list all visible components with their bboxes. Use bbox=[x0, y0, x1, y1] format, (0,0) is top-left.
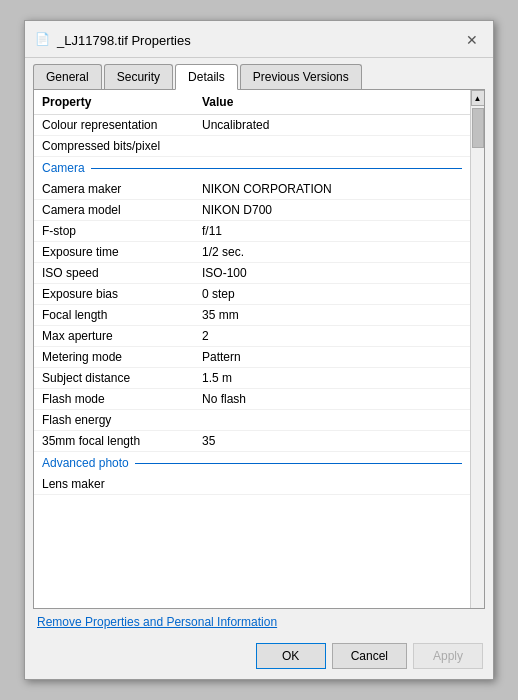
table-row: Focal length 35 mm bbox=[34, 305, 470, 326]
tab-general[interactable]: General bbox=[33, 64, 102, 89]
table-row: Max aperture 2 bbox=[34, 326, 470, 347]
prop-value: f/11 bbox=[202, 224, 462, 238]
section-divider bbox=[91, 168, 462, 169]
prop-value: Pattern bbox=[202, 350, 462, 364]
table-row: Metering mode Pattern bbox=[34, 347, 470, 368]
prop-value: NIKON CORPORATION bbox=[202, 182, 462, 196]
prop-value: 2 bbox=[202, 329, 462, 343]
apply-button[interactable]: Apply bbox=[413, 643, 483, 669]
table-row: Colour representation Uncalibrated bbox=[34, 115, 470, 136]
prop-name: Camera model bbox=[42, 203, 202, 217]
header-property: Property bbox=[42, 95, 202, 109]
properties-table: Property Value Colour representation Unc… bbox=[34, 90, 470, 608]
cancel-button[interactable]: Cancel bbox=[332, 643, 407, 669]
prop-name: Compressed bits/pixel bbox=[42, 139, 202, 153]
prop-value: 1/2 sec. bbox=[202, 245, 462, 259]
prop-value: 35 bbox=[202, 434, 462, 448]
table-header: Property Value bbox=[34, 90, 470, 115]
tab-bar: General Security Details Previous Versio… bbox=[25, 58, 493, 89]
prop-name: Flash energy bbox=[42, 413, 202, 427]
section-divider bbox=[135, 463, 462, 464]
prop-name: ISO speed bbox=[42, 266, 202, 280]
table-row: Camera model NIKON D700 bbox=[34, 200, 470, 221]
window-title: _LJ11798.tif Properties bbox=[57, 33, 191, 48]
section-label: Camera bbox=[42, 161, 85, 175]
prop-name: Exposure bias bbox=[42, 287, 202, 301]
footer: Remove Properties and Personal Informati… bbox=[25, 609, 493, 635]
prop-name: Subject distance bbox=[42, 371, 202, 385]
table-row: F-stop f/11 bbox=[34, 221, 470, 242]
prop-value: ISO-100 bbox=[202, 266, 462, 280]
prop-value: 1.5 m bbox=[202, 371, 462, 385]
table-row: 35mm focal length 35 bbox=[34, 431, 470, 452]
title-bar: 📄 _LJ11798.tif Properties ✕ bbox=[25, 21, 493, 58]
prop-name: Colour representation bbox=[42, 118, 202, 132]
prop-value: 0 step bbox=[202, 287, 462, 301]
prop-name: Metering mode bbox=[42, 350, 202, 364]
tab-previous-versions[interactable]: Previous Versions bbox=[240, 64, 362, 89]
table-row: Compressed bits/pixel bbox=[34, 136, 470, 157]
section-camera: Camera bbox=[34, 157, 470, 179]
prop-name: F-stop bbox=[42, 224, 202, 238]
close-button[interactable]: ✕ bbox=[461, 29, 483, 51]
prop-name: Exposure time bbox=[42, 245, 202, 259]
file-icon: 📄 bbox=[35, 32, 51, 48]
prop-value: Uncalibrated bbox=[202, 118, 462, 132]
table-row: Camera maker NIKON CORPORATION bbox=[34, 179, 470, 200]
table-row: Flash energy bbox=[34, 410, 470, 431]
properties-window: 📄 _LJ11798.tif Properties ✕ General Secu… bbox=[24, 20, 494, 680]
table-row: Flash mode No flash bbox=[34, 389, 470, 410]
prop-name: Flash mode bbox=[42, 392, 202, 406]
scroll-thumb[interactable] bbox=[472, 108, 484, 148]
table-row: Exposure time 1/2 sec. bbox=[34, 242, 470, 263]
section-label: Advanced photo bbox=[42, 456, 129, 470]
prop-name: Camera maker bbox=[42, 182, 202, 196]
prop-value: NIKON D700 bbox=[202, 203, 462, 217]
section-advanced-photo: Advanced photo bbox=[34, 452, 470, 474]
table-row: ISO speed ISO-100 bbox=[34, 263, 470, 284]
scrollbar: ▲ bbox=[470, 90, 484, 608]
button-row: OK Cancel Apply bbox=[25, 635, 493, 679]
table-row: Subject distance 1.5 m bbox=[34, 368, 470, 389]
header-value: Value bbox=[202, 95, 462, 109]
scroll-up-button[interactable]: ▲ bbox=[471, 90, 485, 106]
tab-security[interactable]: Security bbox=[104, 64, 173, 89]
table-row: Exposure bias 0 step bbox=[34, 284, 470, 305]
prop-value: No flash bbox=[202, 392, 462, 406]
remove-properties-link[interactable]: Remove Properties and Personal Informati… bbox=[37, 615, 277, 629]
prop-name: Max aperture bbox=[42, 329, 202, 343]
prop-name: Lens maker bbox=[42, 477, 202, 491]
prop-value: 35 mm bbox=[202, 308, 462, 322]
table-row: Lens maker bbox=[34, 474, 470, 495]
title-bar-left: 📄 _LJ11798.tif Properties bbox=[35, 32, 191, 48]
prop-name: 35mm focal length bbox=[42, 434, 202, 448]
prop-name: Focal length bbox=[42, 308, 202, 322]
ok-button[interactable]: OK bbox=[256, 643, 326, 669]
content-area: Property Value Colour representation Unc… bbox=[33, 89, 485, 609]
tab-details[interactable]: Details bbox=[175, 64, 238, 90]
